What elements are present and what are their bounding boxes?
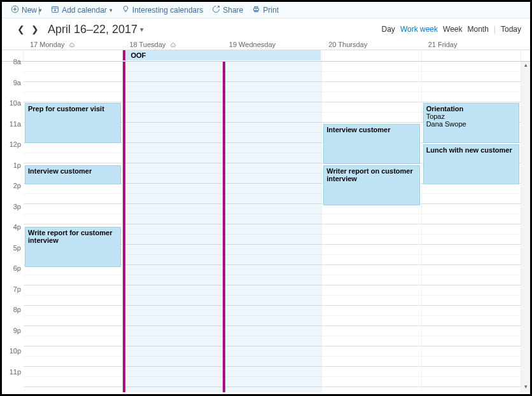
- date-range-selector[interactable]: April 16–22, 2017 ▾: [48, 23, 144, 36]
- scroll-up-button[interactable]: ▴: [521, 62, 530, 71]
- all-day-cell[interactable]: OOF: [123, 50, 222, 61]
- view-today[interactable]: Today: [501, 25, 521, 34]
- day-header-label: 21 Friday: [428, 41, 458, 48]
- next-week-button[interactable]: ❯: [30, 24, 40, 34]
- calendar-event[interactable]: Prep for customer visit: [25, 103, 121, 143]
- busy-indicator: [123, 62, 125, 392]
- command-bar: New | ▾ Add calendar ▾ Interesting calen…: [2, 2, 530, 18]
- hour-label: 10a: [10, 99, 21, 107]
- hour-label: 11p: [10, 368, 21, 376]
- event-location: Topaz: [426, 113, 516, 120]
- calendar-event[interactable]: Writer report on customer interview: [323, 165, 419, 205]
- event-title: Writer report on customer interview: [326, 167, 413, 182]
- day-header[interactable]: 17 Monday: [24, 39, 123, 50]
- chevron-down-icon: ▾: [140, 25, 144, 34]
- add-calendar-button[interactable]: Add calendar ▾: [51, 5, 113, 15]
- new-label: New: [22, 6, 37, 15]
- all-day-cell[interactable]: [223, 50, 322, 61]
- plus-icon: [11, 5, 19, 15]
- chevron-down-icon[interactable]: ▾: [109, 7, 113, 13]
- day-header[interactable]: 21 Friday: [422, 39, 521, 50]
- hour-label: 11a: [10, 120, 21, 128]
- hour-label: 12p: [10, 140, 21, 148]
- event-title: Interview customer: [326, 126, 390, 133]
- event-title: Write report for customer interview: [28, 229, 112, 244]
- add-calendar-label: Add calendar: [62, 6, 107, 15]
- day-header-label: 20 Thursday: [328, 41, 367, 48]
- view-month[interactable]: Month: [467, 25, 488, 34]
- share-icon: [212, 5, 220, 15]
- view-work-week[interactable]: Work week: [400, 25, 438, 34]
- all-day-cell[interactable]: [422, 50, 521, 61]
- hour-label: 4p: [13, 223, 21, 231]
- calendar-grid: 8a9a10a11a12p1p2p3p4p5p6p7p8p9p10p11p Pr…: [2, 62, 530, 392]
- interesting-label: Interesting calendars: [132, 6, 203, 15]
- day-header-label: 17 Monday: [30, 41, 64, 48]
- hour-label: 2p: [13, 182, 21, 189]
- event-attendee: Dana Swope: [426, 120, 516, 128]
- lightbulb-icon: [122, 5, 130, 15]
- weather-icon: [169, 40, 177, 48]
- previous-week-button[interactable]: ❮: [16, 24, 26, 34]
- calendar-event[interactable]: Interview customer: [25, 165, 121, 185]
- busy-indicator: [223, 62, 225, 392]
- day-headers: 17 Monday18 Tuesday19 Wednesday20 Thursd…: [2, 39, 530, 50]
- event-title: Prep for customer visit: [28, 105, 104, 113]
- weather-icon: [68, 40, 76, 48]
- hour-label: 6p: [13, 264, 21, 272]
- all-day-cell[interactable]: [322, 50, 421, 61]
- hour-label: 5p: [13, 244, 21, 252]
- day-header[interactable]: 19 Wednesday: [223, 39, 322, 50]
- day-column[interactable]: Prep for customer visitInterview custome…: [24, 62, 123, 392]
- print-button[interactable]: Print: [252, 5, 279, 15]
- interesting-calendars-button[interactable]: Interesting calendars: [122, 5, 203, 15]
- calendar-event[interactable]: Interview customer: [323, 124, 419, 164]
- view-week[interactable]: Week: [443, 25, 462, 34]
- event-title: Orientation: [426, 105, 464, 113]
- svg-rect-3: [255, 6, 258, 8]
- all-day-cell[interactable]: [24, 50, 123, 61]
- calendar-event[interactable]: Write report for customer interview: [25, 227, 121, 267]
- chevron-down-icon[interactable]: ▾: [39, 7, 42, 13]
- day-column[interactable]: [223, 62, 322, 392]
- hour-label: 8a: [13, 58, 21, 65]
- event-title: Lunch with new customer: [426, 146, 512, 154]
- all-day-row: OOF: [2, 50, 530, 62]
- calendar-event[interactable]: Lunch with new customer: [423, 144, 519, 184]
- hour-label: 9p: [13, 327, 21, 334]
- hour-label: 3p: [13, 203, 21, 210]
- header: ❮ ❯ April 16–22, 2017 ▾ Day Work week We…: [2, 18, 530, 39]
- scrollbar[interactable]: ▴ ▾: [521, 62, 530, 392]
- separator: |: [494, 25, 496, 34]
- print-icon: [252, 5, 260, 15]
- hour-label: 9a: [13, 79, 21, 86]
- view-day[interactable]: Day: [382, 25, 395, 34]
- scroll-down-button[interactable]: ▾: [521, 383, 530, 392]
- day-column[interactable]: Interview customerWriter report on custo…: [322, 62, 421, 392]
- hour-label: 1p: [13, 161, 21, 169]
- calendar-add-icon: [51, 5, 59, 15]
- calendar-event[interactable]: OrientationTopazDana Swope: [423, 103, 519, 143]
- day-column[interactable]: OrientationTopazDana SwopeLunch with new…: [422, 62, 521, 392]
- time-gutter: 8a9a10a11a12p1p2p3p4p5p6p7p8p9p10p11p: [2, 62, 24, 392]
- share-button[interactable]: Share: [212, 5, 243, 15]
- view-switcher: Day Work week Week Month | Today: [382, 25, 521, 34]
- day-header-label: 18 Tuesday: [129, 41, 165, 48]
- hour-label: 10p: [10, 347, 21, 355]
- share-label: Share: [223, 6, 243, 15]
- day-header[interactable]: 18 Tuesday: [123, 39, 222, 50]
- date-range-label: April 16–22, 2017: [48, 23, 137, 36]
- day-column[interactable]: [123, 62, 222, 392]
- day-header[interactable]: 20 Thursday: [322, 39, 421, 50]
- day-header-label: 19 Wednesday: [229, 41, 276, 48]
- hour-label: 7p: [13, 285, 21, 293]
- event-title: Interview customer: [28, 167, 92, 175]
- hour-label: 8p: [13, 306, 21, 313]
- print-label: Print: [263, 6, 279, 15]
- new-button[interactable]: New | ▾: [11, 5, 42, 15]
